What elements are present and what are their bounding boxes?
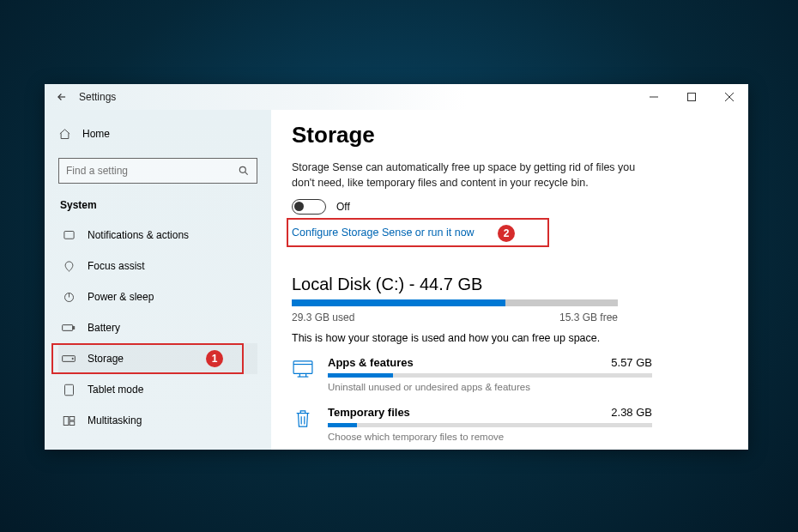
category-name: Apps & features xyxy=(328,356,414,369)
category-apps[interactable]: Apps & features 5.57 GB Uninstall unused… xyxy=(292,356,652,392)
sidebar-item-tablet[interactable]: Tablet mode xyxy=(58,374,257,405)
sidebar-item-storage[interactable]: Storage 1 xyxy=(58,343,257,374)
category-name: Temporary files xyxy=(328,406,410,419)
disk-usage-bar xyxy=(292,299,618,306)
svg-rect-10 xyxy=(73,327,74,329)
svg-rect-6 xyxy=(63,231,73,239)
apps-icon xyxy=(292,358,314,380)
configure-storage-sense-link[interactable]: Configure Storage Sense or run it now xyxy=(292,221,546,244)
sidebar-item-multitasking[interactable]: Multitasking xyxy=(58,405,257,436)
titlebar: Settings xyxy=(45,84,748,110)
sidebar-item-label: Battery xyxy=(88,322,120,334)
storage-icon xyxy=(62,354,76,364)
sidebar-item-label: Focus assist xyxy=(88,260,145,272)
back-button[interactable] xyxy=(51,87,72,107)
svg-rect-1 xyxy=(688,94,696,101)
close-button[interactable] xyxy=(710,84,748,110)
sidebar-home-label: Home xyxy=(82,128,110,140)
category-size: 2.38 GB xyxy=(611,406,652,419)
notifications-icon xyxy=(62,229,76,242)
category-bar xyxy=(328,373,652,378)
multitasking-icon xyxy=(62,414,76,427)
sidebar-item-label: Notifications & actions xyxy=(88,229,189,241)
power-icon xyxy=(62,291,76,304)
window-controls xyxy=(635,84,748,110)
storage-sense-toggle[interactable] xyxy=(292,199,326,215)
sidebar-section-header: System xyxy=(60,199,256,211)
svg-rect-13 xyxy=(64,384,73,396)
sidebar-item-label: Tablet mode xyxy=(88,384,143,396)
sidebar-item-label: Power & sleep xyxy=(88,291,154,303)
sidebar-item-focus[interactable]: Focus assist xyxy=(58,251,257,281)
disk-free-label: 15.3 GB free xyxy=(559,311,618,323)
trash-icon xyxy=(292,408,314,430)
svg-point-12 xyxy=(72,358,73,359)
window-title: Settings xyxy=(79,91,116,103)
category-hint: Uninstall unused or undesired apps & fea… xyxy=(328,382,652,392)
category-hint: Choose which temporary files to remove xyxy=(328,432,652,442)
sidebar-item-power[interactable]: Power & sleep xyxy=(58,281,257,312)
main-panel: Storage Storage Sense can automatically … xyxy=(271,110,748,450)
sidebar-item-label: Storage xyxy=(88,353,124,365)
svg-rect-18 xyxy=(293,361,312,374)
disk-usage-fill xyxy=(292,299,505,306)
annotation-badge-1: 1 xyxy=(206,350,223,367)
page-title: Storage xyxy=(292,122,719,148)
svg-rect-16 xyxy=(70,416,75,420)
sidebar-item-notifications[interactable]: Notifications & actions xyxy=(58,220,257,251)
annotation-box-1 xyxy=(51,343,244,374)
svg-rect-17 xyxy=(70,421,75,425)
disk-used-label: 29.3 GB used xyxy=(292,311,354,323)
search-input[interactable] xyxy=(66,165,238,177)
storage-sense-toggle-row: Off xyxy=(292,199,719,215)
usage-description: This is how your storage is used and how… xyxy=(292,332,719,344)
category-bar xyxy=(328,423,652,427)
storage-sense-description: Storage Sense can automatically free up … xyxy=(292,160,652,190)
sidebar: Home System Notifications & actions xyxy=(45,110,271,450)
focus-icon xyxy=(62,260,76,273)
maximize-button[interactable] xyxy=(673,84,710,110)
sidebar-nav: Notifications & actions Focus assist Pow… xyxy=(58,220,257,436)
tablet-icon xyxy=(62,384,76,396)
category-temp[interactable]: Temporary files 2.38 GB Choose which tem… xyxy=(292,406,652,442)
settings-window: Settings Home xyxy=(45,84,748,450)
search-box[interactable] xyxy=(58,158,257,184)
sidebar-item-battery[interactable]: Battery xyxy=(58,312,257,343)
storage-sense-toggle-label: Off xyxy=(336,201,350,213)
svg-rect-15 xyxy=(63,416,69,425)
sidebar-item-label: Multitasking xyxy=(88,414,142,426)
disk-usage-labels: 29.3 GB used 15.3 GB free xyxy=(292,311,618,323)
svg-rect-9 xyxy=(63,325,73,331)
home-icon xyxy=(58,128,72,141)
sidebar-home[interactable]: Home xyxy=(58,120,257,148)
minimize-button[interactable] xyxy=(635,84,673,110)
category-size: 5.57 GB xyxy=(611,356,652,369)
disk-heading: Local Disk (C:) - 44.7 GB xyxy=(292,275,719,294)
battery-icon xyxy=(62,323,76,333)
svg-point-4 xyxy=(239,166,245,172)
svg-line-5 xyxy=(245,172,247,174)
search-icon xyxy=(238,165,250,177)
